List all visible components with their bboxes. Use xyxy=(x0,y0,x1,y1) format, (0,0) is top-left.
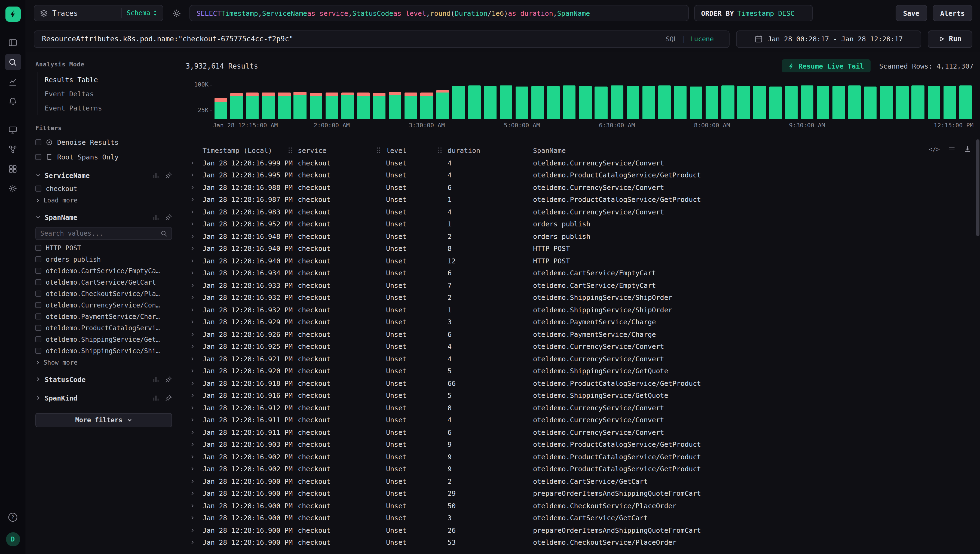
histogram-bar[interactable] xyxy=(769,86,782,119)
facet-chart-icon[interactable] xyxy=(153,376,159,383)
histogram-bar[interactable] xyxy=(674,86,687,119)
row-expand-icon[interactable] xyxy=(186,516,199,521)
checkbox[interactable] xyxy=(35,186,41,191)
row-expand-icon[interactable] xyxy=(186,161,199,166)
nav-search-icon[interactable] xyxy=(5,54,21,70)
table-row[interactable]: Jan 28 12:28:16.918 PMcheckoutUnset66ote… xyxy=(186,377,978,389)
scrollbar-thumb[interactable] xyxy=(976,139,980,236)
table-row[interactable]: Jan 28 12:28:16.925 PMcheckoutUnset4otel… xyxy=(186,341,978,353)
checkbox[interactable] xyxy=(35,256,41,262)
histogram-bar[interactable] xyxy=(452,86,465,119)
load-more[interactable]: Load more xyxy=(35,194,172,206)
facet-header[interactable]: SpanName xyxy=(35,210,172,225)
histogram-bar[interactable] xyxy=(595,86,607,119)
table-row[interactable]: Jan 28 12:28:16.995 PMcheckoutUnset4otel… xyxy=(186,169,978,181)
sql-select-editor[interactable]: SELECT Timestamp, ServiceName as service… xyxy=(190,5,688,21)
drag-handle-icon[interactable] xyxy=(377,148,378,148)
download-icon[interactable] xyxy=(964,145,971,153)
show-more[interactable]: Show more xyxy=(35,357,172,368)
row-expand-icon[interactable] xyxy=(186,173,199,178)
user-avatar[interactable]: D xyxy=(6,532,20,546)
row-expand-icon[interactable] xyxy=(186,258,199,263)
facet-value[interactable]: oteldemo.CheckoutService/Pla… xyxy=(35,288,172,299)
facet-chart-icon[interactable] xyxy=(153,394,159,401)
checkbox[interactable] xyxy=(35,348,41,354)
row-expand-icon[interactable] xyxy=(186,344,199,349)
row-expand-icon[interactable] xyxy=(186,357,199,361)
run-button[interactable]: Run xyxy=(928,30,972,48)
row-expand-icon[interactable] xyxy=(186,210,199,215)
histogram-bar[interactable] xyxy=(531,86,544,119)
row-expand-icon[interactable] xyxy=(186,454,199,459)
table-row[interactable]: Jan 28 12:28:16.934 PMcheckoutUnset6otel… xyxy=(186,267,978,279)
facet-search-input[interactable]: Search values... xyxy=(35,227,172,240)
lang-sql-toggle[interactable]: SQL xyxy=(666,35,677,43)
analysis-mode-event-patterns[interactable]: Event Patterns xyxy=(45,101,172,115)
facet-chart-icon[interactable] xyxy=(153,172,159,179)
table-row[interactable]: Jan 28 12:28:16.903 PMcheckoutUnset9otel… xyxy=(186,438,978,451)
checkbox[interactable] xyxy=(35,279,41,285)
table-row[interactable]: Jan 28 12:28:16.932 PMcheckoutUnset2otel… xyxy=(186,291,978,304)
histogram-bar[interactable] xyxy=(325,92,338,119)
facet-value[interactable]: oteldemo.ShippingService/Shi… xyxy=(35,345,172,357)
table-row[interactable]: Jan 28 12:28:16.916 PMcheckoutUnset5otel… xyxy=(186,389,978,402)
row-expand-icon[interactable] xyxy=(186,307,199,312)
histogram-bar[interactable] xyxy=(500,85,513,119)
resume-live-tail-button[interactable]: Resume Live Tail xyxy=(782,59,870,72)
row-expand-icon[interactable] xyxy=(186,234,199,239)
table-row[interactable]: Jan 28 12:28:16.911 PMcheckoutUnset4otel… xyxy=(186,414,978,426)
quick-filter-root-spans[interactable]: Root Spans Only xyxy=(35,150,172,164)
table-row[interactable]: Jan 28 12:28:16.940 PMcheckoutUnset8HTTP… xyxy=(186,242,978,255)
histogram-bar[interactable] xyxy=(341,92,354,119)
schema-toggle[interactable]: Schema xyxy=(121,8,157,18)
histogram-bar[interactable] xyxy=(579,86,592,119)
histogram-bar[interactable] xyxy=(610,86,623,119)
help-icon[interactable]: ? xyxy=(5,509,21,525)
table-row[interactable]: Jan 28 12:28:16.900 PMcheckoutUnset53ote… xyxy=(186,536,978,549)
row-expand-icon[interactable] xyxy=(186,295,199,300)
app-logo[interactable] xyxy=(5,6,21,22)
pin-icon[interactable] xyxy=(165,172,172,179)
alerts-button[interactable]: Alerts xyxy=(933,5,972,21)
histogram-bar[interactable] xyxy=(547,86,560,119)
histogram-bar[interactable] xyxy=(896,86,909,119)
column-header[interactable]: duration xyxy=(445,146,531,154)
row-expand-icon[interactable] xyxy=(186,418,199,423)
table-row[interactable]: Jan 28 12:28:16.921 PMcheckoutUnset4otel… xyxy=(186,353,978,365)
nav-chart-icon[interactable] xyxy=(5,73,21,90)
pin-icon[interactable] xyxy=(165,213,172,221)
table-row[interactable]: Jan 28 12:28:16.900 PMcheckoutUnset2otel… xyxy=(186,475,978,487)
table-row[interactable]: Jan 28 12:28:16.932 PMcheckoutUnset1otel… xyxy=(186,304,978,316)
table-row[interactable]: Jan 28 12:28:16.900 PMcheckoutUnset26pre… xyxy=(186,524,978,536)
row-expand-icon[interactable] xyxy=(186,430,199,435)
histogram-bar[interactable] xyxy=(294,92,306,119)
histogram-bar[interactable] xyxy=(389,92,402,119)
more-filters-button[interactable]: More filters xyxy=(35,413,172,427)
table-row[interactable]: Jan 28 12:28:16.988 PMcheckoutUnset6otel… xyxy=(186,181,978,193)
nav-services-icon[interactable] xyxy=(5,141,21,157)
column-header[interactable]: service xyxy=(296,146,384,154)
histogram-bar[interactable] xyxy=(278,93,291,119)
histogram-bar[interactable] xyxy=(262,93,275,119)
row-expand-icon[interactable] xyxy=(186,332,199,337)
facet-value[interactable]: orders publish xyxy=(35,253,172,265)
table-row[interactable]: Jan 28 12:28:16.902 PMcheckoutUnset9otel… xyxy=(186,463,978,475)
histogram-bar[interactable] xyxy=(357,92,370,119)
histogram-bar[interactable] xyxy=(911,86,924,119)
drag-handle-icon[interactable] xyxy=(438,148,439,148)
histogram-bar[interactable] xyxy=(484,86,497,119)
histogram-bar[interactable] xyxy=(753,86,766,119)
nav-alerts-icon[interactable] xyxy=(5,93,21,109)
row-expand-icon[interactable] xyxy=(186,369,199,374)
row-expand-icon[interactable] xyxy=(186,466,199,471)
facet-value[interactable]: oteldemo.ShippingService/Get… xyxy=(35,334,172,345)
facet-header[interactable]: ServiceName xyxy=(35,168,172,183)
order-by-editor[interactable]: ORDER BY Timestamp DESC xyxy=(694,5,813,21)
histogram-bar[interactable] xyxy=(721,86,734,119)
row-expand-icon[interactable] xyxy=(186,491,199,496)
pin-icon[interactable] xyxy=(165,376,172,383)
facet-value[interactable]: oteldemo.PaymentService/Char… xyxy=(35,311,172,322)
table-row[interactable]: Jan 28 12:28:16.912 PMcheckoutUnset8otel… xyxy=(186,402,978,414)
checkbox[interactable] xyxy=(35,154,41,160)
table-row[interactable]: Jan 28 12:28:16.983 PMcheckoutUnset4otel… xyxy=(186,206,978,218)
